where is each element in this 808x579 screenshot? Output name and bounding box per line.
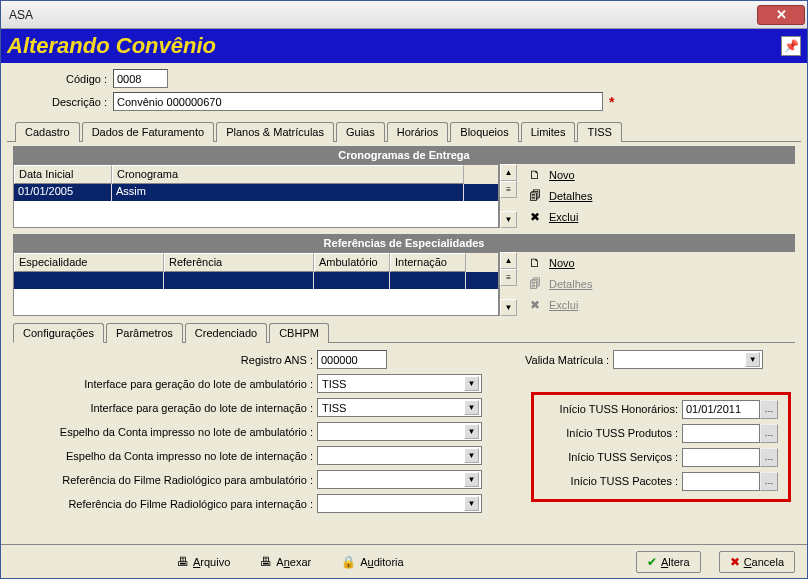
cronogramas-actions: 🗋 Novo 🗐 Detalhes ✖ Exclui bbox=[517, 164, 602, 228]
descricao-label: Descrição : bbox=[13, 96, 113, 108]
details-icon: 🗐 bbox=[527, 277, 543, 291]
tab-horarios[interactable]: Horários bbox=[387, 122, 449, 142]
tab-tiss[interactable]: TISS bbox=[577, 122, 621, 142]
cancela-button[interactable]: ✖ Cancela bbox=[719, 551, 795, 573]
combo-text: TISS bbox=[320, 378, 464, 390]
main-window: ASA ✕ Alterando Convênio 📌 Código : Desc… bbox=[0, 0, 808, 579]
tab-parametros[interactable]: Parâmetros bbox=[106, 323, 183, 343]
anexar-button[interactable]: 🖶 Anexar bbox=[254, 553, 317, 571]
descricao-input[interactable] bbox=[113, 92, 603, 111]
col-ambulatorio[interactable]: Ambulatório bbox=[314, 253, 390, 272]
col-cronograma[interactable]: Cronograma bbox=[112, 165, 464, 184]
novo-button[interactable]: 🗋 Novo bbox=[527, 166, 592, 184]
tuss-servicos-label: Início TUSS Serviços : bbox=[540, 451, 682, 463]
pin-button[interactable]: 📌 bbox=[781, 36, 801, 56]
tab-dados-faturamento[interactable]: Dados de Faturamento bbox=[82, 122, 215, 142]
scroll-handle[interactable]: ≡ bbox=[500, 269, 517, 286]
auditoria-button[interactable]: 🔒 Auditoria bbox=[335, 553, 409, 571]
tab-bloqueios[interactable]: Bloqueios bbox=[450, 122, 518, 142]
scroll-up-icon[interactable]: ▲ bbox=[500, 252, 517, 269]
attach-icon: 🖶 bbox=[260, 555, 272, 569]
col-referencia[interactable]: Referência bbox=[164, 253, 314, 272]
ref-filme-amb-combo[interactable]: ▼ bbox=[317, 470, 482, 489]
header-band: Alterando Convênio 📌 bbox=[1, 29, 807, 63]
altera-button[interactable]: ✔ Altera bbox=[636, 551, 701, 573]
pin-icon: 📌 bbox=[784, 39, 799, 53]
tuss-honorarios-label: Início TUSS Honorários: bbox=[540, 403, 682, 415]
ref-filme-int-combo[interactable]: ▼ bbox=[317, 494, 482, 513]
scrollbar[interactable]: ▲ ≡ ▼ bbox=[499, 164, 517, 228]
col-internacao[interactable]: Internação bbox=[390, 253, 466, 272]
chevron-down-icon: ▼ bbox=[464, 496, 479, 511]
scroll-down-icon[interactable]: ▼ bbox=[500, 299, 517, 316]
anexar-label: Anexar bbox=[276, 556, 311, 568]
date-picker-button[interactable]: … bbox=[760, 472, 778, 491]
close-icon: ✕ bbox=[776, 7, 787, 22]
arquivo-button[interactable]: 🖶 AArquivorquivo bbox=[171, 553, 236, 571]
scroll-up-icon[interactable]: ▲ bbox=[500, 164, 517, 181]
novo-label: Novo bbox=[549, 169, 575, 181]
app-title: ASA bbox=[9, 8, 757, 22]
chevron-down-icon: ▼ bbox=[464, 472, 479, 487]
registro-ans-input[interactable] bbox=[317, 350, 387, 369]
espelho-amb-combo[interactable]: ▼ bbox=[317, 422, 482, 441]
cell-data: 01/01/2005 bbox=[14, 184, 112, 201]
config-right: Valida Matrícula : ▼ Início TUSS Honorár… bbox=[525, 349, 791, 502]
interface-amb-combo[interactable]: TISS ▼ bbox=[317, 374, 482, 393]
detalhes-button[interactable]: 🗐 Detalhes bbox=[527, 187, 592, 205]
table-row[interactable] bbox=[14, 272, 498, 289]
close-button[interactable]: ✕ bbox=[757, 5, 805, 25]
scrollbar[interactable]: ▲ ≡ ▼ bbox=[499, 252, 517, 316]
config-area: Registro ANS : Interface para geração do… bbox=[13, 343, 795, 523]
registro-ans-label: Registro ANS : bbox=[17, 354, 317, 366]
chevron-down-icon: ▼ bbox=[464, 448, 479, 463]
tab-configuracoes[interactable]: Configurações bbox=[13, 323, 104, 343]
tab-limites[interactable]: Limites bbox=[521, 122, 576, 142]
tab-cbhpm[interactable]: CBHPM bbox=[269, 323, 329, 343]
col-especialidade[interactable]: Especialidade bbox=[14, 253, 164, 272]
details-icon: 🗐 bbox=[527, 189, 543, 203]
tuss-pacotes-input[interactable] bbox=[682, 472, 760, 491]
grid-header: Especialidade Referência Ambulatório Int… bbox=[14, 253, 498, 272]
scroll-handle[interactable]: ≡ bbox=[500, 181, 517, 198]
refesp-actions: 🗋 Novo 🗐 Detalhes ✖ Exclui bbox=[517, 252, 602, 316]
printer-icon: 🖶 bbox=[177, 555, 189, 569]
cronogramas-grid[interactable]: Data Inicial Cronograma 01/01/2005 Assim bbox=[13, 164, 499, 228]
refesp-grid[interactable]: Especialidade Referência Ambulatório Int… bbox=[13, 252, 499, 316]
cronogramas-container: Data Inicial Cronograma 01/01/2005 Assim… bbox=[13, 164, 795, 228]
cancela-label: Cancela bbox=[744, 556, 784, 568]
delete-icon: ✖ bbox=[527, 210, 543, 224]
form-area: Código : Descrição : * bbox=[1, 63, 807, 119]
arquivo-label: AArquivorquivo bbox=[193, 556, 230, 568]
cell bbox=[390, 272, 466, 289]
tuss-pacotes-label: Início TUSS Pacotes : bbox=[540, 475, 682, 487]
detalhes-label: Detalhes bbox=[549, 278, 592, 290]
altera-label: Altera bbox=[661, 556, 690, 568]
tab-guias[interactable]: Guias bbox=[336, 122, 385, 142]
cancel-icon: ✖ bbox=[730, 555, 740, 569]
chevron-down-icon: ▼ bbox=[464, 424, 479, 439]
valida-matricula-combo[interactable]: ▼ bbox=[613, 350, 763, 369]
date-picker-button[interactable]: … bbox=[760, 448, 778, 467]
tab-cadastro[interactable]: Cadastro bbox=[15, 122, 80, 142]
espelho-int-combo[interactable]: ▼ bbox=[317, 446, 482, 465]
tab-planos-matriculas[interactable]: Planos & Matrículas bbox=[216, 122, 334, 142]
interface-int-combo[interactable]: TISS ▼ bbox=[317, 398, 482, 417]
cronogramas-header: Cronogramas de Entrega bbox=[13, 146, 795, 164]
date-picker-button[interactable]: … bbox=[760, 424, 778, 443]
date-picker-button[interactable]: … bbox=[760, 400, 778, 419]
interface-int-label: Interface para geração do lote de intern… bbox=[17, 402, 317, 414]
detalhes-label: Detalhes bbox=[549, 190, 592, 202]
tuss-produtos-input[interactable] bbox=[682, 424, 760, 443]
codigo-input[interactable] bbox=[113, 69, 168, 88]
novo-button[interactable]: 🗋 Novo bbox=[527, 254, 592, 272]
table-row[interactable]: 01/01/2005 Assim bbox=[14, 184, 498, 201]
tab-credenciado[interactable]: Credenciado bbox=[185, 323, 267, 343]
scroll-down-icon[interactable]: ▼ bbox=[500, 211, 517, 228]
col-data-inicial[interactable]: Data Inicial bbox=[14, 165, 112, 184]
exclui-button: ✖ Exclui bbox=[527, 296, 592, 314]
tuss-honorarios-input[interactable] bbox=[682, 400, 760, 419]
tuss-servicos-input[interactable] bbox=[682, 448, 760, 467]
required-icon: * bbox=[609, 94, 614, 110]
exclui-button[interactable]: ✖ Exclui bbox=[527, 208, 592, 226]
